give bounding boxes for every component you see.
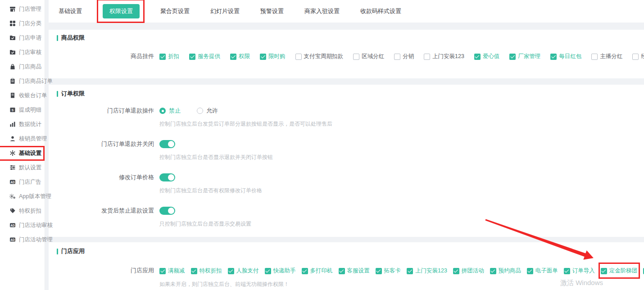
checkbox-option[interactable]: 客服设置 <box>339 267 370 275</box>
checkbox-icon <box>407 268 413 274</box>
checkbox-option[interactable]: 人脸支付 <box>228 267 259 275</box>
checkbox-icon <box>550 54 557 60</box>
gears-icon <box>9 193 16 200</box>
checkbox-icon <box>394 54 400 60</box>
sliders-icon <box>9 164 16 171</box>
product-widgets-options: 折扣 服务提供 权限 限时购 <box>159 52 636 60</box>
folder-check-icon <box>9 35 16 41</box>
receipt-icon <box>9 92 16 99</box>
chart-icon <box>9 121 16 128</box>
svg-text:AD: AD <box>10 181 15 184</box>
checkbox-icon <box>509 54 516 60</box>
checkbox-option[interactable]: 厂家管理 <box>509 53 540 60</box>
sidebar-item[interactable]: 门店申请 <box>0 31 45 45</box>
tab[interactable]: 预警设置 <box>260 7 284 15</box>
radio-option-allow[interactable]: 允许 <box>197 107 218 115</box>
checkbox-option[interactable]: 分销 <box>394 53 414 60</box>
checkbox-option[interactable]: 定金阶梯团 <box>601 267 638 275</box>
sidebar-item[interactable]: 默认设置 <box>0 160 45 175</box>
checkbox-option[interactable]: 主播分红 <box>591 53 622 60</box>
order-toggle-rows: 门店订单退款并关闭 控制门店独立后台是否显示退款并关闭订单按钮 修改订单价格 <box>57 140 636 227</box>
sidebar-item[interactable]: 数据统计 <box>0 117 45 131</box>
checkbox-icon <box>230 54 236 60</box>
sidebar-item[interactable]: 门店分类 <box>0 16 45 31</box>
svg-text:AD: AD <box>10 224 15 227</box>
sidebar-item[interactable]: $ 提成明细 <box>0 103 45 117</box>
person-icon <box>9 136 16 142</box>
sidebar-item[interactable]: 门店商品订单 <box>0 74 45 88</box>
checkbox-icon <box>302 268 308 274</box>
tab[interactable]: 聚合页设置 <box>160 7 190 15</box>
tab[interactable]: 基础设置 <box>59 7 82 15</box>
toggle-switch[interactable] <box>159 140 175 148</box>
radio-icon <box>197 108 203 114</box>
toggle-row: 门店订单退款并关闭 控制门店独立后台是否显示退款并关闭订单按钮 <box>57 140 636 160</box>
checkbox-option[interactable]: 拼团活动 <box>453 267 484 275</box>
sidebar-item[interactable]: App版本管理 <box>0 189 45 204</box>
checkbox-option[interactable]: 爱心值 <box>474 53 500 60</box>
sidebar-item[interactable]: 特权折扣 <box>0 204 45 218</box>
checkbox-icon <box>295 54 302 60</box>
ad-icon: AD <box>9 179 16 186</box>
product-permissions-title: 商品权限 <box>57 34 636 42</box>
checkbox-icon <box>527 268 533 274</box>
tab[interactable]: 幻灯片设置 <box>210 7 240 15</box>
checkbox-option[interactable]: 权限 <box>230 53 250 60</box>
sidebar-item[interactable]: 核销员管理 <box>0 131 45 146</box>
checkbox-option[interactable]: 上门安装123 <box>424 53 464 60</box>
checkbox-option[interactable]: 区域分红 <box>353 53 384 60</box>
checkbox-icon <box>159 268 166 274</box>
sidebar-item[interactable]: 门店商品 <box>0 59 45 74</box>
checkbox-icon <box>339 268 345 274</box>
checkbox-icon <box>564 268 570 274</box>
checkbox-option[interactable]: 每日红包 <box>550 53 581 60</box>
checkbox-option[interactable]: 快递助手 <box>265 267 296 275</box>
checkbox-icon <box>353 54 359 60</box>
checkbox-option[interactable]: 限时购 <box>260 53 286 60</box>
sidebar-item[interactable]: AD 门店活动审核 <box>0 218 45 232</box>
money-icon: $ <box>9 107 16 113</box>
tab[interactable]: 商家入驻设置 <box>304 7 340 15</box>
checkbox-icon <box>453 268 459 274</box>
sidebar-item[interactable]: 门店审核 <box>0 45 45 59</box>
checkbox-option[interactable]: 服务提供 <box>189 53 220 60</box>
toggle-switch[interactable] <box>159 207 175 215</box>
checkbox-option[interactable]: 多打印机 <box>302 267 333 275</box>
checkbox-icon <box>376 268 382 274</box>
sidebar-item[interactable]: AD 门店活动管理 <box>0 232 45 247</box>
order-permissions-card: 订单权限 门店订单退款操作 禁止 允许 控制门店独立后台发货后订单部分退 <box>49 85 644 237</box>
shop-icon <box>9 6 16 13</box>
order-permissions-title: 订单权限 <box>57 90 636 98</box>
store-apps-card: 门店应用 门店应用 满额减 特权折扣 <box>49 242 644 290</box>
checkbox-icon <box>159 54 166 60</box>
sidebar-item[interactable]: 基础设置 <box>0 146 45 160</box>
checkbox-option[interactable]: 满额减 <box>159 267 185 275</box>
checkbox-option[interactable]: 特权折扣 <box>191 267 222 275</box>
sidebar-item[interactable]: 收银台订单 <box>0 88 45 103</box>
checkbox-option[interactable]: 支付宝周期扣款 <box>295 53 344 60</box>
product-permissions-card: 商品权限 商品挂件 折扣 服务提供 <box>49 30 644 78</box>
checkbox-option[interactable]: 电子面单 <box>527 267 558 275</box>
sidebar-item[interactable]: AD 门店广告 <box>0 175 45 189</box>
tab[interactable]: 收款码样式设置 <box>360 7 401 15</box>
toggle-switch[interactable] <box>159 173 175 181</box>
main-content: 基础设置 权限设置 聚合页设置 幻灯片设置 预警设置 <box>49 0 644 290</box>
activate-windows-watermark: 激活 Windows <box>560 279 603 287</box>
checkbox-icon <box>228 268 234 274</box>
checkbox-icon <box>474 54 481 60</box>
checkbox-icon <box>189 54 195 60</box>
sidebar-item[interactable]: 门店管理 <box>0 2 45 16</box>
checkbox-icon <box>490 268 496 274</box>
checkbox-option[interactable]: 拓客卡 <box>376 267 401 275</box>
tab[interactable]: 权限设置 <box>103 4 140 18</box>
checkbox-option[interactable]: 预约商品 <box>490 267 521 275</box>
sidebar-menu: 门店管理 门店分类 门店申请 门店审核 <box>0 2 45 247</box>
store-apps-title: 门店应用 <box>57 247 636 255</box>
checkbox-option[interactable]: 订单导入 <box>564 267 595 275</box>
checkbox-option[interactable]: 折扣 <box>159 53 179 60</box>
radio-option-forbid[interactable]: 禁止 <box>159 107 181 115</box>
checkbox-icon <box>424 54 430 60</box>
refund-operation-row: 门店订单退款操作 禁止 允许 控制门店独立后台发货后订单部分退款按钮是否显示，是… <box>57 106 636 127</box>
checkbox-option[interactable]: 经销商提成 <box>632 53 644 60</box>
checkbox-option[interactable]: 上门安装123 <box>407 267 447 275</box>
